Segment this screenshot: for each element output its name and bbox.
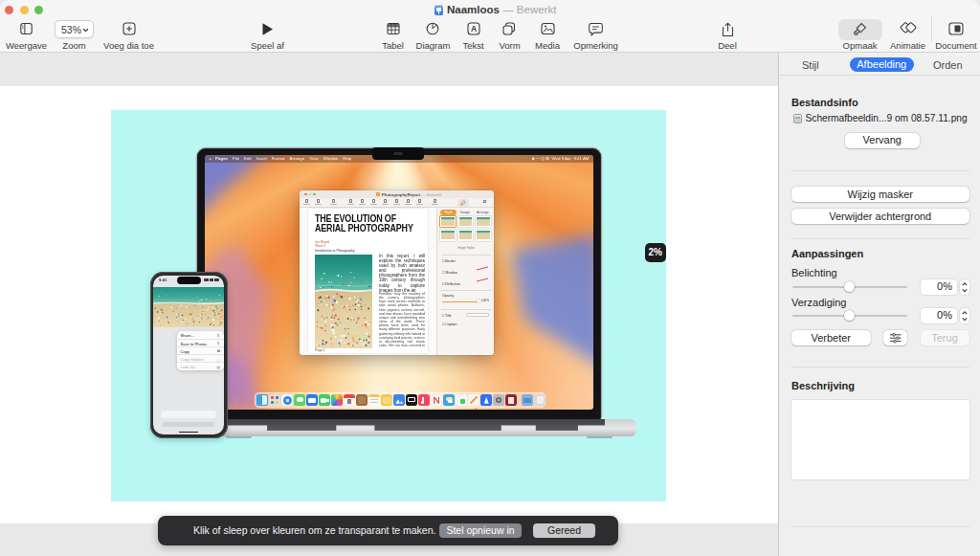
- svg-text:A: A: [471, 24, 477, 33]
